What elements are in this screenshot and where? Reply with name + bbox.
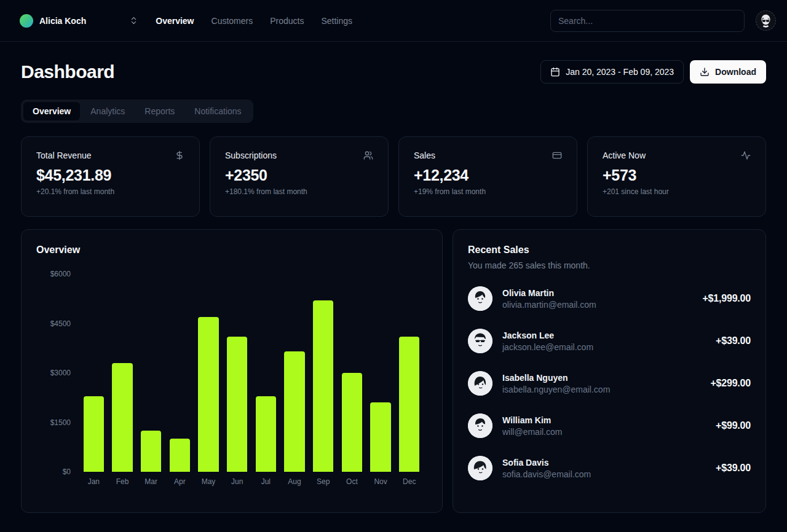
x-tick-sep: Sep xyxy=(309,477,338,486)
x-tick-jul: Jul xyxy=(251,477,280,486)
activity-icon xyxy=(741,151,751,160)
title-row: Dashboard Jan 20, 2023 - Feb 09, 2023 Do… xyxy=(21,60,766,84)
x-tick-apr: Apr xyxy=(165,477,194,486)
download-button[interactable]: Download xyxy=(690,60,766,84)
sale-info: Isabella Nguyen isabella.nguyen@email.co… xyxy=(502,373,610,394)
customer-name: Jackson Lee xyxy=(502,331,593,340)
bar-column xyxy=(366,274,395,472)
users-icon xyxy=(363,151,373,160)
stat-card-sales: Sales +12,234 +19% from last month xyxy=(398,136,577,217)
date-range-picker[interactable]: Jan 20, 2023 - Feb 09, 2023 xyxy=(540,60,684,84)
bar-jan xyxy=(84,396,104,472)
customer-email: jackson.lee@email.com xyxy=(502,342,593,352)
stats-grid: Total Revenue $45,231.89 +20.1% from las… xyxy=(21,136,766,217)
sale-amount: +$39.00 xyxy=(716,463,751,474)
y-tick: $6000 xyxy=(50,270,71,278)
stat-change: +201 since last hour xyxy=(603,187,751,196)
y-tick: $4500 xyxy=(50,319,71,328)
nav-customers[interactable]: Customers xyxy=(212,16,253,26)
sale-row: William Kim will@email.com +$99.00 xyxy=(468,413,751,438)
sale-row: Jackson Lee jackson.lee@email.com +$39.0… xyxy=(468,329,751,353)
x-tick-oct: Oct xyxy=(338,477,366,486)
bar-apr xyxy=(170,439,190,472)
bar-dec xyxy=(399,337,419,472)
sale-row: Sofia Davis sofia.davis@email.com +$39.0… xyxy=(468,456,751,480)
stat-value: $45,231.89 xyxy=(36,166,184,184)
stat-title: Subscriptions xyxy=(225,151,277,160)
y-axis: $6000 $4500 $3000 $1500 $0 xyxy=(36,274,79,472)
sale-amount: +$99.00 xyxy=(716,420,751,431)
bars xyxy=(79,274,427,472)
download-icon xyxy=(700,67,710,77)
team-name: Alicia Koch xyxy=(39,16,86,26)
team-switcher[interactable]: Alicia Koch xyxy=(15,10,91,31)
content-grid: Overview $6000 $4500 $3000 $1500 $0 JanF… xyxy=(21,229,766,513)
stat-card-subscriptions: Subscriptions +2350 +180.1% from last mo… xyxy=(210,136,389,217)
bar-column xyxy=(108,274,137,472)
customer-email: will@email.com xyxy=(502,427,562,437)
tab-overview[interactable]: Overview xyxy=(23,102,80,120)
user-avatar[interactable] xyxy=(756,10,776,31)
stat-change: +180.1% from last month xyxy=(225,187,373,196)
nav-products[interactable]: Products xyxy=(270,16,304,26)
chevrons-up-down-icon[interactable] xyxy=(129,16,138,25)
bar-may xyxy=(198,317,218,472)
recent-sales-card: Recent Sales You made 265 sales this mon… xyxy=(453,229,766,513)
bar-jun xyxy=(227,337,247,472)
x-tick-mar: Mar xyxy=(136,477,165,486)
nav-overview[interactable]: Overview xyxy=(156,16,194,26)
bar-column xyxy=(194,274,223,472)
chart-title: Overview xyxy=(36,244,427,256)
customer-email: sofia.davis@email.com xyxy=(502,469,591,479)
customer-name: Olivia Martin xyxy=(502,288,596,298)
x-tick-dec: Dec xyxy=(395,477,424,486)
recent-sales-title: Recent Sales xyxy=(468,244,751,256)
x-tick-aug: Aug xyxy=(280,477,309,486)
overview-chart-card: Overview $6000 $4500 $3000 $1500 $0 JanF… xyxy=(21,229,443,513)
bar-sep xyxy=(313,300,333,472)
customer-name: Isabella Nguyen xyxy=(502,373,610,383)
customer-name: Sofia Davis xyxy=(502,458,591,467)
recent-sales-subtitle: You made 265 sales this month. xyxy=(468,260,751,270)
stat-card-total-revenue: Total Revenue $45,231.89 +20.1% from las… xyxy=(21,136,200,217)
customer-name: William Kim xyxy=(502,415,562,425)
y-tick: $1500 xyxy=(50,418,71,427)
search-input[interactable] xyxy=(550,10,745,32)
stat-change: +20.1% from last month xyxy=(36,187,184,196)
customer-avatar xyxy=(468,413,492,438)
x-tick-jan: Jan xyxy=(79,477,108,486)
sale-amount: +$299.00 xyxy=(710,378,751,389)
main-nav: Overview Customers Products Settings xyxy=(156,16,352,26)
stat-value: +2350 xyxy=(225,166,373,184)
stat-title: Active Now xyxy=(603,151,646,160)
x-tick-feb: Feb xyxy=(108,477,137,486)
tab-notifications[interactable]: Notifications xyxy=(185,102,250,120)
customer-avatar xyxy=(468,371,492,396)
stat-title: Sales xyxy=(414,151,435,160)
sale-row: Isabella Nguyen isabella.nguyen@email.co… xyxy=(468,371,751,396)
y-tick: $0 xyxy=(63,467,71,476)
tab-reports[interactable]: Reports xyxy=(135,102,184,120)
customer-email: olivia.martin@email.com xyxy=(502,300,596,310)
customer-email: isabella.nguyen@email.com xyxy=(502,385,610,394)
y-tick: $3000 xyxy=(50,369,71,377)
bar-oct xyxy=(342,373,362,472)
bar-column xyxy=(251,274,280,472)
bar-column xyxy=(395,274,424,472)
customer-avatar xyxy=(468,286,492,311)
stat-title: Total Revenue xyxy=(36,151,92,160)
bar-column xyxy=(165,274,194,472)
bar-column xyxy=(309,274,338,472)
bar-nov xyxy=(370,402,390,472)
calendar-icon xyxy=(550,67,560,77)
sale-info: Jackson Lee jackson.lee@email.com xyxy=(502,331,593,352)
customer-avatar xyxy=(468,329,492,353)
bar-column xyxy=(338,274,366,472)
tab-analytics[interactable]: Analytics xyxy=(81,102,134,120)
nav-settings[interactable]: Settings xyxy=(321,16,352,26)
page-title: Dashboard xyxy=(21,61,114,82)
bar-column xyxy=(223,274,251,472)
bar-feb xyxy=(112,363,132,472)
x-tick-may: May xyxy=(194,477,223,486)
dollar-sign-icon xyxy=(175,151,184,160)
